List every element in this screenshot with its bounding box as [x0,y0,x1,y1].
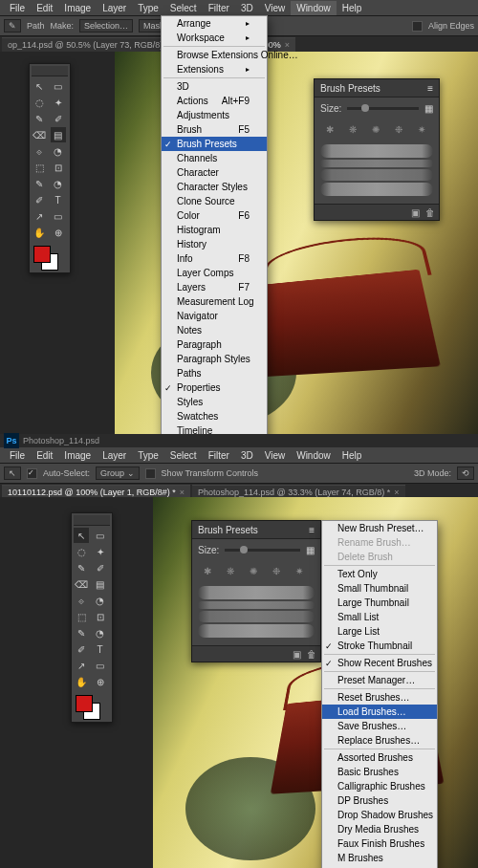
brush-tip[interactable]: ✺ [366,119,385,139]
ctx-load[interactable]: Load Brushes… [322,705,437,719]
ctx-replace[interactable]: Replace Brushes… [322,733,437,748]
tool-dodge[interactable]: ◔ [93,625,108,640]
ctx-new-preset[interactable]: New Brush Preset… [322,521,437,535]
tool-pen[interactable]: ✐ [32,192,47,207]
menu-notes[interactable]: Notes [162,323,267,337]
path-mode[interactable]: Path [27,21,45,31]
menu-measurement[interactable]: Measurement Log [162,294,267,309]
tool-hand[interactable]: ✋ [74,674,89,689]
menu-layers[interactable]: LayersF7 [162,280,267,294]
ctx-large-list[interactable]: Large List [322,624,437,639]
ctx-brushset[interactable]: Faux Finish Brushes [322,836,437,851]
brush-stroke-preview[interactable] [320,183,433,196]
brush-tip[interactable]: ❉ [389,119,408,139]
menu-edit[interactable]: Edit [31,1,58,15]
ctx-show-recent[interactable]: Show Recent Brushes [322,656,437,670]
menu-filter[interactable]: Filter [203,1,235,15]
tool-preset-icon[interactable]: ✎ [4,19,21,33]
menu-navigator[interactable]: Navigator [162,309,267,323]
tool-preset-icon[interactable]: ↖ [4,467,21,480]
tool-move[interactable]: ↖ [74,528,89,543]
show-transform-checkbox[interactable] [145,468,156,479]
brush-tip[interactable]: ✱ [198,561,217,580]
menu-adjustments[interactable]: Adjustments [162,108,267,122]
foreground-color[interactable] [76,695,93,712]
ctx-reset[interactable]: Reset Brushes… [322,690,437,705]
new-preset-icon[interactable]: ▣ [411,207,420,218]
menu-swatches[interactable]: Swatches [162,409,267,423]
ctx-text-only[interactable]: Text Only [322,567,437,581]
ctx-brushset[interactable]: Calligraphic Brushes [322,779,437,793]
menu-para-styles[interactable]: Paragraph Styles [162,352,267,366]
brush-tip[interactable]: ❉ [267,561,286,580]
menu-actions[interactable]: ActionsAlt+F9 [162,94,267,108]
menu-paragraph[interactable]: Paragraph [162,337,267,352]
menu-file[interactable]: File [4,448,31,463]
make-selection-button[interactable]: Selection… [79,19,133,33]
menu-type[interactable]: Type [132,448,164,463]
brush-stroke-preview[interactable] [198,624,315,638]
tool-move[interactable]: ↖ [32,78,47,94]
tool-gradient[interactable]: ⊡ [93,609,108,624]
ctx-small-list[interactable]: Small List [322,610,437,624]
align-edges-checkbox[interactable] [412,21,423,32]
tool-history-brush[interactable]: ◔ [51,143,66,159]
ctx-large-thumb[interactable]: Large Thumbnail [322,596,437,610]
tool-shape[interactable]: ▭ [93,658,108,673]
tool-type[interactable]: T [93,641,108,657]
menu-clone-source[interactable]: Clone Source [162,194,267,208]
menu-view[interactable]: View [259,448,292,463]
brush-tip[interactable]: ✱ [320,119,339,139]
menu-char-styles[interactable]: Character Styles [162,180,267,194]
tab-doc1[interactable]: op_114.psd @ 50.5% (Layer 73, RGB/8) *× [2,37,184,52]
color-swatches[interactable] [74,693,110,720]
ctx-save[interactable]: Save Brushes… [322,719,437,733]
tool-eraser[interactable]: ⬚ [74,609,89,624]
menu-help[interactable]: Help [337,1,368,15]
menu-layer[interactable]: Layer [97,448,132,463]
menu-select[interactable]: Select [164,1,203,15]
menu-character[interactable]: Character [162,165,267,180]
brush-tip[interactable]: ✷ [412,119,431,139]
auto-select-checkbox[interactable] [27,468,37,479]
tool-lasso[interactable]: ◌ [74,544,89,559]
menu-layer[interactable]: Layer [97,1,132,15]
tool-blur[interactable]: ✎ [32,176,47,191]
tool-history-brush[interactable]: ◔ [93,593,108,608]
tool-path[interactable]: ↗ [32,208,47,224]
ctx-preset-manager[interactable]: Preset Manager… [322,673,437,687]
tool-gradient[interactable]: ⊡ [51,160,66,175]
menu-arrange[interactable]: Arrange [162,16,267,31]
tool-eyedrop[interactable]: ✐ [93,560,108,575]
tool-path[interactable]: ↗ [74,658,89,673]
tool-marquee[interactable]: ▭ [93,528,108,543]
tool-stamp[interactable]: ⟐ [32,143,47,159]
menu-image[interactable]: Image [58,448,97,463]
menu-type[interactable]: Type [132,1,164,15]
brush-tip[interactable]: ✷ [290,561,309,580]
panel-menu-icon[interactable]: ≡ [427,83,433,94]
brush-stroke-preview[interactable] [198,611,315,622]
menu-brush[interactable]: BrushF5 [162,122,267,137]
menu-layer-comps[interactable]: Layer Comps [162,266,267,280]
brush-stroke-preview[interactable] [198,601,315,609]
menu-paths[interactable]: Paths [162,366,267,380]
panel-menu-icon[interactable]: ≡ [309,525,315,535]
tool-brush[interactable]: ▤ [51,127,66,142]
tool-lasso[interactable]: ◌ [32,95,47,110]
menu-edit[interactable]: Edit [31,448,58,463]
menu-channels[interactable]: Channels [162,151,267,165]
menu-history[interactable]: History [162,237,267,251]
tool-zoom[interactable]: ⊕ [51,225,66,240]
menu-help[interactable]: Help [337,448,368,463]
ctx-brushset[interactable]: Basic Brushes [322,765,437,779]
tool-blur[interactable]: ✎ [74,625,89,640]
menu-color[interactable]: ColorF6 [162,208,267,223]
tool-brush[interactable]: ▤ [93,576,108,592]
size-slider[interactable] [225,549,300,552]
auto-select-dropdown[interactable]: Group ⌄ [96,467,140,480]
color-swatches[interactable] [32,244,68,271]
menu-extensions[interactable]: Extensions [162,62,267,76]
menu-styles[interactable]: Styles [162,395,267,409]
close-icon[interactable]: × [180,488,185,497]
